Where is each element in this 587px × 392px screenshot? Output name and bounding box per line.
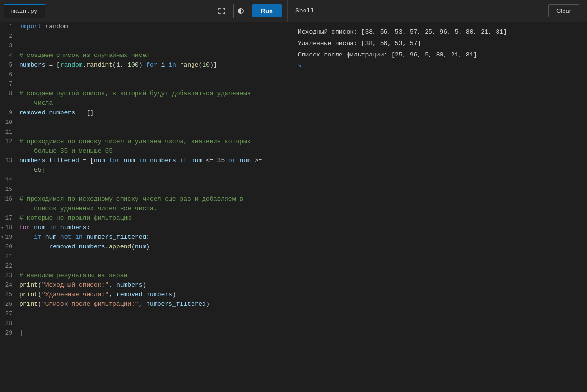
line-content-22: [17, 261, 291, 271]
line-18: 18▾ for num in numbers:: [0, 223, 291, 233]
line-content-13-cont: 65]: [17, 166, 291, 175]
line-num-21: 21: [0, 252, 17, 261]
line-num-25: 25: [0, 290, 17, 300]
line-content-21: [17, 252, 291, 261]
line-content-23: # выводим результаты на экран: [17, 271, 291, 280]
tab-main-py[interactable]: main.py: [4, 4, 45, 18]
line-num-24: 24: [0, 280, 17, 290]
line-num-26: 26: [0, 300, 17, 309]
line-content-26: print("Список после фильтрации:", number…: [17, 300, 291, 309]
line-content-3: [17, 41, 291, 51]
line-num-5: 5: [0, 60, 17, 70]
fullscreen-button[interactable]: [214, 4, 229, 18]
line-13-cont: 65]: [0, 166, 291, 175]
shell-prompt-line: >: [298, 61, 580, 72]
line-content-8: # создаем пустой список, в который будут…: [17, 89, 291, 99]
line-22: 22: [0, 261, 291, 271]
shell-prompt: >: [298, 63, 302, 70]
line-content-7: [17, 79, 291, 89]
shell-line-2: Удаленные числа: [38, 56, 53, 57]: [298, 38, 580, 49]
line-16: 16 # проходимся по исходному списку чисе…: [0, 194, 291, 204]
line-content-15: [17, 185, 291, 194]
line-num-29: 29: [0, 328, 17, 338]
line-num-18: 18▾: [0, 223, 17, 233]
line-8: 8 # создаем пустой список, в который буд…: [0, 89, 291, 99]
line-num-9: 9: [0, 108, 17, 118]
line-num-28: 28: [0, 319, 17, 328]
line-content-11: [17, 127, 291, 137]
theme-toggle-button[interactable]: [233, 4, 248, 18]
line-8-cont: числа: [0, 99, 291, 108]
line-content-16-cont: список удаленных чисел все числа,: [17, 204, 291, 213]
line-24: 24 print("Исходный список:", numbers): [0, 280, 291, 290]
shell-header: Shell Clear: [287, 0, 583, 22]
line-7: 7: [0, 79, 291, 89]
line-content-24: print("Исходный список:", numbers): [17, 280, 291, 290]
line-19: 19▾ if num not in numbers_filtered:: [0, 233, 291, 242]
line-num-6: 6: [0, 70, 17, 79]
shell-label: Shell: [288, 7, 322, 14]
line-3: 3: [0, 41, 291, 51]
line-17: 17 # которые не прошли фильтрацию: [0, 213, 291, 223]
line-num-27: 27: [0, 309, 17, 319]
line-num-2: 2: [0, 32, 17, 41]
line-num-3: 3: [0, 41, 17, 51]
line-content-16: # проходимся по исходному списку чисел е…: [17, 194, 291, 204]
shell-panel[interactable]: Исходный список: [38, 56, 53, 57, 25, 96…: [291, 22, 587, 392]
shell-output: Исходный список: [38, 56, 53, 57, 25, 96…: [298, 27, 580, 72]
shell-line-1: Исходный список: [38, 56, 53, 57, 25, 96…: [298, 27, 580, 37]
line-content-10: [17, 118, 291, 127]
line-content-12: # проходимся по списку чисел и удаляем ч…: [17, 137, 291, 146]
line-content-2: [17, 32, 291, 41]
line-num-12-cont: [0, 146, 17, 156]
line-num-1: 1: [0, 22, 17, 32]
line-content-12-cont: больше 35 и меньше 65: [17, 146, 291, 156]
line-num-7: 7: [0, 79, 17, 89]
line-content-5: numbers = [random.randint(1, 100) for i …: [17, 60, 291, 70]
editor-panel[interactable]: 1 import random 2 3 4 # создаем список и…: [0, 22, 291, 392]
line-content-29: [17, 328, 291, 338]
line-content-9: removed_numbers = []: [17, 108, 291, 118]
line-29: 29: [0, 328, 291, 338]
line-num-16: 16: [0, 194, 17, 204]
line-num-14: 14: [0, 175, 17, 185]
line-13: 13 numbers_filtered = [num for num in nu…: [0, 156, 291, 166]
line-num-4: 4: [0, 51, 17, 60]
line-num-20: 20: [0, 242, 17, 252]
line-content-13: numbers_filtered = [num for num in numbe…: [17, 156, 291, 166]
line-10: 10: [0, 118, 291, 127]
code-area: 1 import random 2 3 4 # создаем список и…: [0, 22, 291, 338]
line-content-14: [17, 175, 291, 185]
line-content-27: [17, 309, 291, 319]
line-9: 9 removed_numbers = []: [0, 108, 291, 118]
run-button[interactable]: Run: [252, 4, 282, 17]
line-6: 6: [0, 70, 291, 79]
line-12-cont: больше 35 и меньше 65: [0, 146, 291, 156]
line-content-28: [17, 319, 291, 328]
line-num-8-cont: [0, 99, 17, 108]
line-1: 1 import random: [0, 22, 291, 32]
line-num-12: 12: [0, 137, 17, 146]
clear-button[interactable]: Clear: [548, 4, 579, 17]
line-15: 15: [0, 185, 291, 194]
line-num-16-cont: [0, 204, 17, 213]
line-content-8-cont: числа: [17, 99, 291, 108]
line-content-20: removed_numbers.append(num): [17, 242, 291, 252]
line-num-8: 8: [0, 89, 17, 99]
line-content-17: # которые не прошли фильтрацию: [17, 213, 291, 223]
line-num-11: 11: [0, 127, 17, 137]
line-num-23: 23: [0, 271, 17, 280]
line-content-1: import random: [17, 22, 291, 32]
line-25: 25 print("Удаленные числа:", removed_num…: [0, 290, 291, 300]
line-content-18: for num in numbers:: [17, 223, 291, 233]
line-num-19: 19▾: [0, 233, 17, 242]
line-num-10: 10: [0, 118, 17, 127]
line-num-17: 17: [0, 213, 17, 223]
line-20: 20 removed_numbers.append(num): [0, 242, 291, 252]
shell-line-3: Список после фильтрации: [25, 96, 5, 80,…: [298, 50, 580, 60]
header-toolbar: Run: [214, 4, 282, 18]
line-content-25: print("Удаленные числа:", removed_number…: [17, 290, 291, 300]
main-layout: 1 import random 2 3 4 # создаем список и…: [0, 22, 587, 392]
line-14: 14: [0, 175, 291, 185]
line-11: 11: [0, 127, 291, 137]
